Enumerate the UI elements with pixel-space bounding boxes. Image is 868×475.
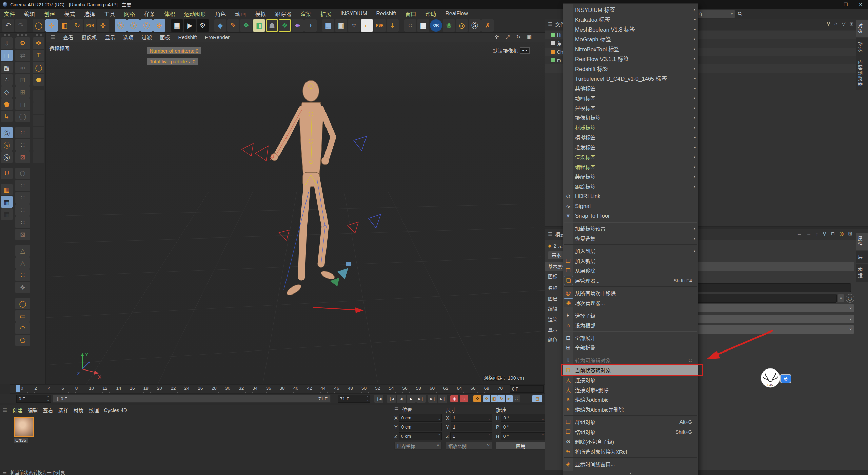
context-item-27[interactable]: ❏加入新层 <box>563 256 698 266</box>
move-tool-icon[interactable]: ✜ <box>45 19 58 32</box>
signal-icon[interactable]: ∿ <box>564 202 572 210</box>
panel-tab-构造[interactable]: 构造 <box>856 264 868 282</box>
model-mode-icon[interactable]: ◻ <box>1 50 13 61</box>
remove-layer-icon[interactable]: ❐ <box>564 266 572 275</box>
context-item-31[interactable]: @从所有场次中移除 <box>563 288 698 298</box>
menu-5[interactable]: 工具 <box>104 10 115 18</box>
context-item-10[interactable]: 建模标签▸ <box>563 103 698 113</box>
coord-input-位置-X[interactable]: 0 cm⌃⌄ <box>399 414 442 422</box>
rotate-tool-icon[interactable]: ↻ <box>71 19 83 32</box>
axis-move-icon[interactable]: ✜ <box>97 19 109 32</box>
deformer-sphere-icon[interactable]: ❖ <box>240 19 252 32</box>
context-item-32[interactable]: ◉场次管理器... <box>563 298 698 308</box>
dots-down-icon[interactable]: ∷ <box>15 192 30 204</box>
play-icon[interactable]: ▶ <box>407 395 416 403</box>
context-item-23[interactable]: 加载标签预置▸ <box>563 224 698 233</box>
layer-dropdown-button[interactable]: ˅ <box>838 294 844 302</box>
context-item-0[interactable]: INSYDIUM 标签▸ <box>563 4 698 14</box>
scale-key-icon[interactable]: ◧ <box>491 395 498 402</box>
up-icon[interactable]: ↑ <box>816 231 818 237</box>
coord-input-尺寸-Z[interactable]: 1⌃⌄ <box>450 432 492 440</box>
camera-object-icon[interactable]: ▣ <box>335 19 347 32</box>
loop-arrows-icon[interactable]: ⇄ <box>15 50 30 61</box>
autokey-record-icon[interactable]: ◉ <box>450 395 458 402</box>
context-item-48[interactable]: ❒结组对象Shift+G <box>563 427 698 437</box>
context-item-29[interactable]: ❏层管理器...Shift+F4 <box>563 276 698 285</box>
apply-button[interactable]: 应用 <box>496 442 545 450</box>
layer-manager-icon[interactable]: ❏ <box>564 276 573 285</box>
scale-tool-icon[interactable]: ◧ <box>58 19 71 32</box>
material-menu-2[interactable]: 查看 <box>43 406 53 414</box>
magnet-icon[interactable]: U <box>1 168 13 179</box>
context-item-37[interactable]: ⊟全部展开 <box>563 333 698 343</box>
material-menu-5[interactable]: 纹理 <box>89 406 99 414</box>
render-settings-icon[interactable]: ⚙ <box>197 19 209 32</box>
add-cube-icon[interactable]: ◆ <box>214 19 226 32</box>
menu-19[interactable]: 帮助 <box>425 10 436 18</box>
material-menu-0[interactable]: 创建 <box>12 406 22 414</box>
take-manager-icon[interactable]: ◉ <box>564 298 573 307</box>
context-item-28[interactable]: ❐从层移除 <box>563 266 698 276</box>
playhead[interactable] <box>16 385 20 392</box>
menu-15[interactable]: 扩展 <box>320 10 331 18</box>
menu-6[interactable]: 网格 <box>124 10 135 18</box>
workplane-mode-icon[interactable]: ▦ <box>1 208 13 220</box>
menu-18[interactable]: 窗口 <box>405 10 416 18</box>
x-eye-icon[interactable]: ⊠ <box>15 229 30 240</box>
timeline-window-icon[interactable]: ◈ <box>564 460 572 468</box>
coord-input-旋转-P[interactable]: 0 °⌃⌄ <box>501 423 545 431</box>
xref-icon[interactable]: ↬ <box>564 447 572 456</box>
bake-up-icon[interactable]: ⊞ <box>15 86 30 98</box>
goto-start-icon[interactable]: ❘◀ <box>374 395 383 403</box>
bake-alembic-delete-icon[interactable]: a <box>564 405 572 414</box>
panel-tab-场次[interactable]: 场次 <box>856 38 868 56</box>
record-options-icon[interactable]: ✜ <box>473 395 481 402</box>
context-item-42[interactable]: 人连接对象 <box>563 375 698 385</box>
psr-small-icon[interactable]: PSR <box>374 19 386 32</box>
coord-input-尺寸-Y[interactable]: 1⌃⌄ <box>451 423 492 431</box>
axis-mode-icon[interactable]: ↳ <box>1 111 13 122</box>
coord-input-位置-Y[interactable]: 0 cm⌃⌄ <box>399 423 442 431</box>
mirror-bars-icon[interactable]: ⇹ <box>15 62 30 73</box>
context-item-34[interactable]: ⊦选择子级 <box>563 310 698 320</box>
remove-takes-icon[interactable]: @ <box>564 289 572 297</box>
poly-select-icon[interactable]: ⬠ <box>15 335 30 346</box>
context-item-45[interactable]: a烘焙为Alembic并删除 <box>563 404 698 414</box>
coord-input-位置-Z[interactable]: 0 cm⌃⌄ <box>399 432 442 440</box>
material-menu-3[interactable]: 选择 <box>58 406 68 414</box>
lock-x-icon[interactable]: Ⓧ <box>115 19 127 32</box>
diamond-grid-icon[interactable]: ❖ <box>15 282 30 293</box>
select-circle-icon[interactable]: ◯ <box>33 62 44 73</box>
context-item-7[interactable]: TurbulenceFD_C4D_v1-0_1465 标签▸ <box>563 73 698 83</box>
menu-12[interactable]: 模拟 <box>255 10 266 18</box>
texture-t-icon[interactable]: T <box>33 50 44 61</box>
forward-icon[interactable]: → <box>806 231 811 237</box>
psr-record-icon[interactable]: PSR <box>84 19 96 32</box>
context-item-47[interactable]: ❑群组对象Alt+G <box>563 417 698 427</box>
menu-11[interactable]: 动画 <box>235 10 246 18</box>
drop-to-floor-icon[interactable]: ↧ <box>387 19 399 32</box>
point-mode-icon[interactable]: ∴ <box>1 74 13 86</box>
workplane-icon[interactable]: ▦ <box>1 184 13 195</box>
cube-outline-icon[interactable]: ◻ <box>15 98 30 110</box>
menu-1[interactable]: 编辑 <box>24 10 35 18</box>
coord-input-尺寸-X[interactable]: 1⌃⌄ <box>451 414 492 422</box>
menu-10[interactable]: 角色 <box>215 10 226 18</box>
coord-input-旋转-H[interactable]: 0 °⌃⌄ <box>501 414 545 422</box>
current-frame-spinner[interactable]: 0 F⌃⌄ <box>16 395 51 403</box>
set-root-icon[interactable]: ⌂ <box>564 321 572 329</box>
gear-cursor-icon[interactable]: ⚙ <box>15 37 30 49</box>
next-key-icon[interactable]: ▶❘ <box>428 395 437 403</box>
coord-input-旋转-B[interactable]: 0 °⌃⌄ <box>501 432 545 440</box>
menu-scroll-more-icon[interactable]: ˅ <box>563 471 698 475</box>
make-editable-icon[interactable]: ⇩ <box>564 356 572 364</box>
coord-system-icon[interactable]: ⊕ <box>153 19 165 32</box>
tri-convert-icon[interactable]: △ <box>15 245 30 256</box>
menu-8[interactable]: 体积 <box>164 10 175 18</box>
red-x-icon[interactable]: ⊠ <box>15 151 30 163</box>
lasso-select-icon[interactable]: ◠ <box>15 322 30 334</box>
unfold-all-icon[interactable]: ⊟ <box>564 334 572 342</box>
context-item-43[interactable]: 人连接对象+删除 <box>563 385 698 395</box>
context-item-14[interactable]: 毛发标签▸ <box>563 142 698 152</box>
context-item-1[interactable]: Krakatoa 标签▸ <box>563 14 698 24</box>
